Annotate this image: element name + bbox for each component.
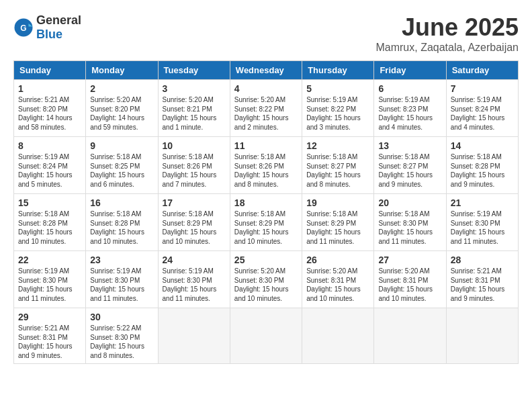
day-number: 23 [90,255,153,265]
day-info: Sunrise: 5:20 AMSunset: 8:21 PMDaylight:… [163,95,226,132]
weekday-header-tuesday: Tuesday [158,61,230,80]
calendar-cell: 18Sunrise: 5:18 AMSunset: 8:29 PMDayligh… [230,194,302,251]
day-number: 3 [163,83,226,94]
weekday-header-sunday: Sunday [14,61,86,80]
day-number: 8 [18,140,81,151]
calendar-cell [158,308,230,364]
day-info: Sunrise: 5:18 AMSunset: 8:29 PMDaylight:… [234,210,298,246]
day-number: 10 [163,140,226,151]
calendar-row-4: 22Sunrise: 5:19 AMSunset: 8:30 PMDayligh… [14,251,519,308]
day-info: Sunrise: 5:18 AMSunset: 8:28 PMDaylight:… [18,210,81,246]
calendar-cell: 2Sunrise: 5:20 AMSunset: 8:20 PMDaylight… [86,80,158,137]
day-number: 4 [234,83,298,94]
logo-general: General [36,13,81,27]
title-area: June 2025 Mamrux, Zaqatala, Azerbaijan [375,13,519,54]
day-info: Sunrise: 5:18 AMSunset: 8:27 PMDaylight:… [378,152,441,189]
day-info: Sunrise: 5:19 AMSunset: 8:30 PMDaylight:… [451,210,514,246]
calendar-cell [302,308,374,364]
day-info: Sunrise: 5:19 AMSunset: 8:24 PMDaylight:… [18,152,81,189]
calendar-cell: 13Sunrise: 5:18 AMSunset: 8:27 PMDayligh… [374,137,446,194]
weekday-header-wednesday: Wednesday [230,61,302,80]
calendar-cell: 29Sunrise: 5:21 AMSunset: 8:31 PMDayligh… [14,308,86,364]
day-info: Sunrise: 5:18 AMSunset: 8:26 PMDaylight:… [234,152,298,189]
calendar-cell: 14Sunrise: 5:18 AMSunset: 8:28 PMDayligh… [446,137,518,194]
day-info: Sunrise: 5:18 AMSunset: 8:28 PMDaylight:… [451,152,514,189]
day-info: Sunrise: 5:20 AMSunset: 8:31 PMDaylight:… [378,267,441,303]
day-info: Sunrise: 5:19 AMSunset: 8:24 PMDaylight:… [451,95,514,132]
day-info: Sunrise: 5:19 AMSunset: 8:30 PMDaylight:… [90,267,153,303]
day-info: Sunrise: 5:19 AMSunset: 8:30 PMDaylight:… [163,267,226,303]
day-number: 20 [378,197,441,208]
logo-icon: G [13,17,34,38]
calendar-cell [374,308,446,364]
calendar-cell: 19Sunrise: 5:18 AMSunset: 8:29 PMDayligh… [302,194,374,251]
weekday-header-monday: Monday [86,61,158,80]
calendar-cell: 20Sunrise: 5:18 AMSunset: 8:30 PMDayligh… [374,194,446,251]
calendar-cell: 27Sunrise: 5:20 AMSunset: 8:31 PMDayligh… [374,251,446,308]
weekday-header-friday: Friday [374,61,446,80]
calendar-cell: 10Sunrise: 5:18 AMSunset: 8:26 PMDayligh… [158,137,230,194]
calendar-cell: 4Sunrise: 5:20 AMSunset: 8:22 PMDaylight… [230,80,302,137]
day-number: 12 [306,140,369,151]
day-number: 27 [378,255,441,265]
calendar-cell [446,308,518,364]
day-info: Sunrise: 5:21 AMSunset: 8:20 PMDaylight:… [18,95,81,132]
day-info: Sunrise: 5:18 AMSunset: 8:29 PMDaylight:… [306,210,369,246]
day-number: 14 [451,140,514,151]
day-info: Sunrise: 5:20 AMSunset: 8:22 PMDaylight:… [234,95,298,132]
calendar-cell: 17Sunrise: 5:18 AMSunset: 8:29 PMDayligh… [158,194,230,251]
calendar-cell: 7Sunrise: 5:19 AMSunset: 8:24 PMDaylight… [446,80,518,137]
calendar-cell: 21Sunrise: 5:19 AMSunset: 8:30 PMDayligh… [446,194,518,251]
header: G General Blue June 2025 Mamrux, Zaqatal… [13,13,519,54]
calendar-row-3: 15Sunrise: 5:18 AMSunset: 8:28 PMDayligh… [14,194,519,251]
calendar-cell: 22Sunrise: 5:19 AMSunset: 8:30 PMDayligh… [14,251,86,308]
day-number: 21 [451,197,514,208]
day-number: 1 [18,83,81,94]
calendar-cell: 8Sunrise: 5:19 AMSunset: 8:24 PMDaylight… [14,137,86,194]
day-number: 26 [306,255,369,265]
day-number: 6 [378,83,441,94]
calendar-cell: 6Sunrise: 5:19 AMSunset: 8:23 PMDaylight… [374,80,446,137]
day-info: Sunrise: 5:18 AMSunset: 8:27 PMDaylight:… [306,152,369,189]
day-number: 2 [90,83,153,94]
day-info: Sunrise: 5:18 AMSunset: 8:26 PMDaylight:… [163,152,226,189]
day-number: 30 [90,312,153,322]
calendar-cell: 1Sunrise: 5:21 AMSunset: 8:20 PMDaylight… [14,80,86,137]
day-info: Sunrise: 5:21 AMSunset: 8:31 PMDaylight:… [451,267,514,303]
day-number: 18 [234,197,298,208]
svg-text:G: G [20,24,26,33]
day-number: 28 [451,255,514,265]
calendar-row-1: 1Sunrise: 5:21 AMSunset: 8:20 PMDaylight… [14,80,519,137]
day-number: 25 [234,255,298,265]
day-number: 29 [18,312,81,322]
day-number: 11 [234,140,298,151]
calendar-cell [230,308,302,364]
weekday-header-saturday: Saturday [446,61,518,80]
day-info: Sunrise: 5:18 AMSunset: 8:29 PMDaylight:… [163,210,226,246]
day-number: 22 [18,255,81,265]
calendar-cell: 12Sunrise: 5:18 AMSunset: 8:27 PMDayligh… [302,137,374,194]
day-info: Sunrise: 5:20 AMSunset: 8:30 PMDaylight:… [234,267,298,303]
calendar-cell: 25Sunrise: 5:20 AMSunset: 8:30 PMDayligh… [230,251,302,308]
day-number: 5 [306,83,369,94]
calendar-cell: 30Sunrise: 5:22 AMSunset: 8:30 PMDayligh… [86,308,158,364]
day-info: Sunrise: 5:18 AMSunset: 8:28 PMDaylight:… [90,210,153,246]
calendar-row-2: 8Sunrise: 5:19 AMSunset: 8:24 PMDaylight… [14,137,519,194]
day-number: 19 [306,197,369,208]
day-info: Sunrise: 5:19 AMSunset: 8:22 PMDaylight:… [306,95,369,132]
calendar-cell: 3Sunrise: 5:20 AMSunset: 8:21 PMDaylight… [158,80,230,137]
calendar-cell: 28Sunrise: 5:21 AMSunset: 8:31 PMDayligh… [446,251,518,308]
day-info: Sunrise: 5:19 AMSunset: 8:30 PMDaylight:… [18,267,81,303]
day-number: 13 [378,140,441,151]
day-number: 15 [18,197,81,208]
day-info: Sunrise: 5:20 AMSunset: 8:20 PMDaylight:… [90,95,153,132]
day-info: Sunrise: 5:21 AMSunset: 8:31 PMDaylight:… [18,324,81,360]
calendar: SundayMondayTuesdayWednesdayThursdayFrid… [13,60,519,364]
calendar-cell: 24Sunrise: 5:19 AMSunset: 8:30 PMDayligh… [158,251,230,308]
calendar-cell: 26Sunrise: 5:20 AMSunset: 8:31 PMDayligh… [302,251,374,308]
calendar-cell: 5Sunrise: 5:19 AMSunset: 8:22 PMDaylight… [302,80,374,137]
day-info: Sunrise: 5:18 AMSunset: 8:30 PMDaylight:… [378,210,441,246]
weekday-header-row: SundayMondayTuesdayWednesdayThursdayFrid… [14,61,519,80]
calendar-cell: 16Sunrise: 5:18 AMSunset: 8:28 PMDayligh… [86,194,158,251]
month-title: June 2025 [375,13,519,42]
